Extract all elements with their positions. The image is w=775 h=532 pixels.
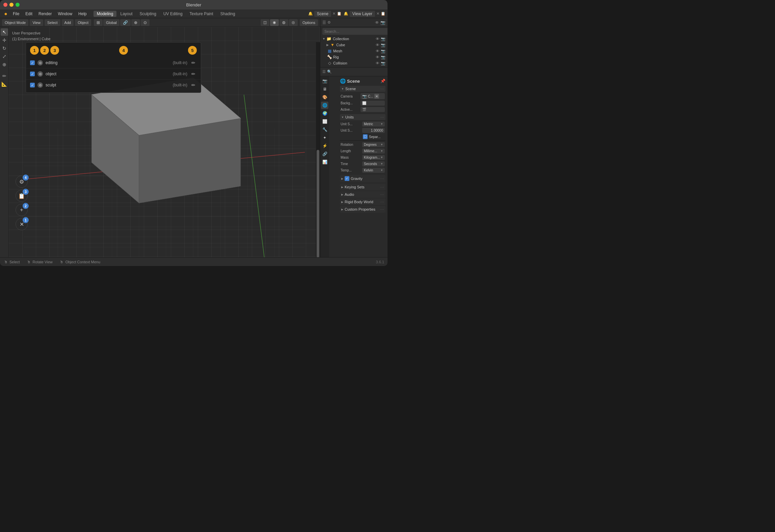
workspace-layout[interactable]: Layout [117,11,136,17]
add-btn[interactable]: Add [62,19,74,26]
rigid-body-world-section[interactable]: ▶ Rigid Body World ··· [340,198,385,205]
scene-name[interactable]: Scene [314,11,331,17]
select-btn[interactable]: Select [45,19,60,26]
props-search-icon[interactable]: 🔍 [327,70,332,74]
global-btn[interactable]: Global [103,19,119,26]
mesh-cam[interactable]: 📷 [381,49,385,53]
viewport-shading-render[interactable]: ◎ [289,19,298,26]
rig-cam[interactable]: 📷 [381,55,385,59]
rotate-tool[interactable]: ↻ [1,45,8,52]
workspace-texture-paint[interactable]: Texture Paint [186,11,217,17]
workspace-sculpting[interactable]: Sculpting [136,11,160,17]
scale-tool[interactable]: ⤢ [1,53,8,60]
mode-select-btn[interactable]: Object Mode [2,19,28,26]
unit-scale-value[interactable]: 1.00000 [362,128,385,133]
mass-value[interactable]: Kilogram... ▼ [362,155,385,160]
editing-edit-btn[interactable]: ✏ [190,59,197,66]
props-tab-object[interactable]: ⬜ [321,118,328,125]
workspace-modeling[interactable]: Modeling [93,11,117,17]
move-tool[interactable]: ✛ [1,36,8,44]
eye-icon[interactable]: 👁 [375,20,379,25]
keying-sets-section[interactable]: ▶ Keying Sets ··· [340,184,385,190]
gizmo-toggle[interactable]: ⊙ [141,19,150,26]
outliner-mesh[interactable]: ▦ Mesh 👁 📷 [320,48,387,54]
outliner-search[interactable] [322,28,387,35]
view-layer-name[interactable]: View Layer [350,11,375,17]
maximize-button[interactable] [16,3,20,7]
menu-window[interactable]: Window [55,11,75,17]
viewport-shading-material[interactable]: ◍ [279,19,288,26]
unit-system-value[interactable]: Metric ▼ [362,122,385,127]
transform-tool[interactable]: ⊕ [1,61,8,68]
camera-clear-btn[interactable]: ✕ [374,94,379,99]
cursor-tool[interactable]: ↖ [1,28,8,36]
outliner-rig[interactable]: 🦴 Rig 👁 📷 [320,54,387,60]
pin-icon[interactable]: 📌 [380,79,385,83]
tool-btn-2[interactable]: + 2 [16,204,28,216]
camera-restrict-icon[interactable]: 📷 [380,20,385,25]
scrollbar-thumb[interactable] [317,150,319,258]
length-value[interactable]: Millime... ▼ [362,149,385,154]
props-tab-data[interactable]: 📊 [321,158,328,166]
props-tab-output[interactable]: 🖥 [321,85,328,93]
props-tab-world[interactable]: 🌍 [321,110,328,117]
props-tab-scene[interactable]: 🌐 [321,102,328,109]
rig-eye[interactable]: 👁 [376,55,379,59]
gravity-checkbox[interactable]: ✓ [345,176,349,181]
collection-cam[interactable]: 📷 [381,37,385,41]
snap-btn[interactable]: 🔗 [120,19,131,26]
measure-tool[interactable]: 📐 [1,80,8,88]
props-tab-modifiers[interactable]: 🔧 [321,126,328,133]
background-value[interactable]: ⬜ [360,101,385,106]
object-btn[interactable]: Object [75,19,91,26]
sculpt-checkbox[interactable]: ✓ [30,83,35,87]
viewport-shading-wire[interactable]: ◫ [261,19,269,26]
collision-cam[interactable]: 📷 [381,61,385,65]
temperature-value[interactable]: Kelvin ▼ [362,168,385,173]
tool-btn-3[interactable]: 📋 3 [16,190,28,202]
viewport-shading-solid[interactable]: ◉ [270,19,279,26]
annotate-tool[interactable]: ✏ [1,72,8,80]
workspace-uv-editing[interactable]: UV Editing [160,11,186,17]
sculpt-edit-btn[interactable]: ✏ [190,82,197,88]
props-tab-view-layer[interactable]: 🎨 [321,94,328,101]
audio-section[interactable]: ▶ Audio ··· [340,191,385,198]
outliner-collision[interactable]: ◇ Collision 👁 📷 [320,60,387,66]
menu-render[interactable]: Render [36,11,54,17]
collision-eye[interactable]: 👁 [376,61,379,65]
section-units-header[interactable]: ▼ Units ··· [340,114,385,120]
menu-edit[interactable]: Edit [23,11,35,17]
view-btn[interactable]: View [30,19,43,26]
props-tab-particles[interactable]: ✦ [321,134,328,141]
section-scene-header[interactable]: ▼ Scene ··· [340,86,385,92]
custom-props-section[interactable]: ▶ Custom Properties ··· [340,206,385,213]
overlay-btn[interactable]: ⊕ [131,19,140,26]
tool-btn-4[interactable]: ⚙ 4 [16,176,28,188]
active-value[interactable]: 🎬 [360,107,385,112]
object-checkbox[interactable]: ✓ [30,72,35,76]
tool-btn-1[interactable]: ✕ 1 [16,218,28,230]
options-btn[interactable]: Options [300,19,318,26]
outliner-collection[interactable]: ▼ 📁 Collection 👁 📷 [320,36,387,42]
gravity-section-header[interactable]: ▶ ✓ Gravity ··· [340,175,385,182]
cube-cam[interactable]: 📷 [381,43,385,47]
separate-transforms-checkbox[interactable]: ☐ [363,134,368,139]
time-value[interactable]: Seconds ▼ [362,161,385,166]
viewport-scrollbar[interactable] [316,42,320,257]
close-button[interactable] [3,3,7,7]
cube-eye[interactable]: 👁 [376,43,379,47]
editing-checkbox[interactable]: ✓ [30,60,35,65]
minimize-button[interactable] [9,3,14,7]
props-tab-physics[interactable]: ⚡ [321,142,328,150]
blender-icon[interactable]: ● [2,10,9,18]
props-tab-render[interactable]: 📷 [321,77,328,85]
rotation-value[interactable]: Degrees ▼ [362,142,385,147]
viewport-3d[interactable]: User Perspective (1) Environment | Cube … [9,27,320,257]
props-tab-constraints[interactable]: 🔗 [321,150,328,158]
object-edit-btn[interactable]: ✏ [190,71,197,77]
workspace-shading[interactable]: Shading [217,11,239,17]
transform-btn[interactable]: ⊞ [94,19,103,26]
menu-help[interactable]: Help [76,11,89,17]
menu-file[interactable]: File [10,11,22,17]
camera-value[interactable]: 📷 C... ✕ [360,93,385,99]
